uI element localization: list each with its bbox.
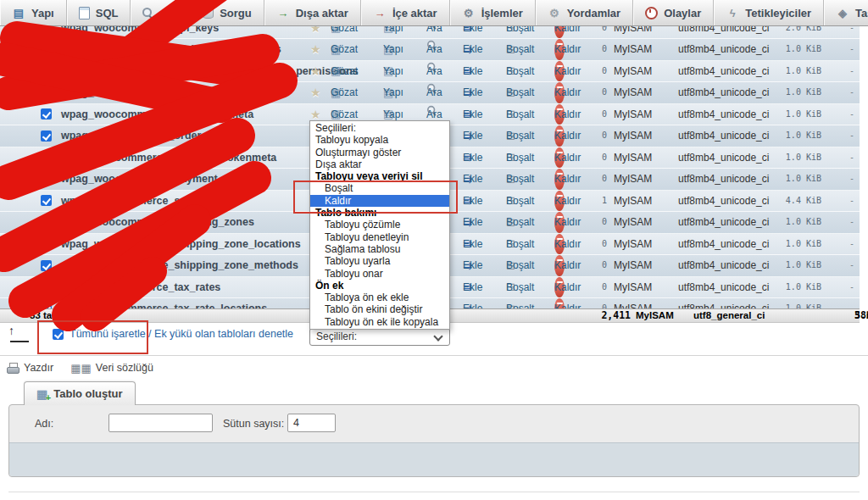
tab-search[interactable]: Ara — [131, 0, 191, 25]
action-empty[interactable]: ⊟Boşalt — [506, 234, 515, 255]
table-name-link[interactable]: wpag_woocommerce_sessions — [61, 191, 220, 212]
context-menu-item[interactable]: Tabloya ön ek ekle — [310, 292, 449, 303]
action-empty[interactable]: ⊟Boşalt — [506, 39, 515, 60]
context-menu-item[interactable]: Tabloyu denetleyin — [310, 231, 449, 243]
columns-count-input[interactable] — [287, 414, 336, 432]
action-browse[interactable]: ▦Gözat — [331, 39, 341, 60]
nav-tab-label: SQL — [96, 7, 119, 19]
row-checkbox[interactable] — [41, 152, 52, 163]
row-checkbox[interactable] — [41, 65, 52, 76]
context-menu-item[interactable]: Boşalt — [310, 182, 449, 194]
action-empty[interactable]: ⊟Boşalt — [506, 61, 515, 82]
table-name-input[interactable] — [108, 414, 213, 432]
tab-import[interactable]: → İçe aktar — [361, 0, 450, 25]
context-menu-item[interactable]: Tabloyu kopyala — [310, 134, 449, 146]
check-all-checkbox[interactable] — [53, 329, 64, 340]
action-browse[interactable]: ▦Gözat — [331, 61, 341, 82]
row-collation: utf8mb4_unicode_ci — [678, 212, 769, 233]
data-dictionary-link[interactable]: ▦▦Veri sözlüğü — [70, 362, 153, 374]
action-insert[interactable]: ⇉Ekle — [463, 147, 472, 169]
action-insert[interactable]: ⇉Ekle — [463, 125, 472, 147]
row-checkbox[interactable] — [41, 87, 52, 98]
context-menu-item[interactable]: Sağlama tablosu — [310, 243, 449, 255]
action-insert[interactable]: ⇉Ekle — [463, 82, 472, 103]
table-name-link[interactable]: wpag_woocommerce_attribute_taxonomies — [61, 39, 281, 60]
row-collation: utf8mb4_unicode_ci — [678, 82, 769, 103]
action-structure[interactable]: ▤Yapı — [383, 61, 393, 82]
check-all-link[interactable]: Tümünü işaretle — [70, 328, 146, 340]
context-menu-item[interactable]: Ön ek — [310, 280, 449, 292]
row-checkbox[interactable] — [41, 174, 52, 185]
row-engine: MyISAM — [614, 255, 652, 276]
row-checkbox[interactable] — [41, 260, 52, 271]
print-link[interactable]: Yazdır — [7, 362, 53, 374]
action-empty[interactable]: ⊟Boşalt — [506, 191, 515, 212]
row-checkbox[interactable] — [41, 238, 52, 249]
tab-events[interactable]: Olaylar — [633, 0, 714, 25]
table-name-link[interactable]: wpag_woocommerce_shipping_zone_locations — [61, 234, 301, 255]
row-checkbox[interactable] — [41, 44, 52, 55]
action-insert[interactable]: ⇉Ekle — [463, 191, 472, 212]
action-empty[interactable]: ⊟Boşalt — [506, 169, 515, 190]
row-engine: MyISAM — [614, 39, 652, 60]
table-name-link[interactable]: wpag_woocommerce_shipping_zones — [61, 212, 254, 233]
context-menu-item[interactable]: Tablo ön ekini değiştir — [310, 303, 449, 315]
favorite-star-icon[interactable]: ★ — [310, 82, 321, 103]
tab-triggers[interactable]: ϟ Tetikleyiciler — [714, 0, 824, 25]
row-collation: utf8mb4_unicode_ci — [678, 125, 769, 147]
tab-export[interactable]: → Dışa aktar — [264, 0, 361, 25]
context-menu-item[interactable]: Oluşturmayı göster — [310, 147, 449, 158]
action-empty[interactable]: ⊟Boşalt — [506, 147, 515, 169]
context-menu-item[interactable]: Dışa aktar — [310, 158, 449, 170]
action-insert[interactable]: ⇉Ekle — [463, 212, 472, 233]
with-selected-select[interactable]: Seçilileri: — [309, 328, 450, 346]
row-checkbox[interactable] — [41, 195, 52, 206]
row-checkbox[interactable] — [41, 217, 52, 228]
action-insert[interactable]: ⇉Ekle — [463, 277, 472, 298]
table-name-link[interactable]: wpag_woocommerce_order_items — [61, 125, 235, 147]
favorite-star-icon[interactable]: ★ — [310, 61, 321, 82]
action-empty[interactable]: ⊟Boşalt — [506, 82, 515, 103]
table-name-link[interactable]: wpag_woocommerce_payment_tokenmeta — [61, 147, 276, 169]
context-menu-item[interactable]: Tabloyu uyarla — [310, 255, 449, 267]
action-insert[interactable]: ⇉Ekle — [463, 39, 472, 60]
row-checkbox[interactable] — [41, 108, 52, 119]
context-menu-item[interactable]: Kaldır — [310, 195, 449, 207]
action-insert[interactable]: ⇉Ekle — [463, 169, 472, 190]
table-name-link[interactable]: wpag_woocommerce_shipping_zone_methods — [61, 255, 298, 276]
action-insert[interactable]: ⇉Ekle — [463, 234, 472, 255]
tab-sql[interactable]: SQL — [67, 0, 131, 25]
row-checkbox[interactable] — [41, 131, 52, 142]
context-menu-item[interactable]: Tabloyu ön ek ile kopyala — [310, 316, 449, 328]
tab-query[interactable]: Sorgu — [191, 0, 264, 25]
action-empty[interactable]: ⊟Boşalt — [506, 125, 515, 147]
action-structure[interactable]: ▤Yapı — [383, 82, 393, 103]
action-insert[interactable]: ⇉Ekle — [463, 104, 472, 125]
context-menu-item[interactable]: Tablo bakımı — [310, 207, 449, 219]
action-empty[interactable]: ⊟Boşalt — [506, 255, 515, 276]
favorite-star-icon[interactable]: ★ — [310, 39, 321, 60]
row-size: 1.0 KiB — [786, 169, 821, 190]
action-insert[interactable]: ⇉Ekle — [463, 255, 472, 276]
row-size: 1.0 KiB — [786, 82, 821, 103]
table-name-link[interactable]: wpag_woocommerce_log — [61, 82, 190, 103]
action-empty[interactable]: ⊟Boşalt — [506, 212, 515, 233]
action-browse[interactable]: ▦Gözat — [331, 82, 341, 103]
context-menu-item[interactable]: Seçilileri: — [310, 122, 449, 134]
action-empty[interactable]: ⊟Boşalt — [506, 277, 515, 298]
tab-structure[interactable]: ▤ Yapı — [0, 0, 67, 25]
action-structure[interactable]: ▤Yapı — [383, 39, 393, 60]
table-name-link[interactable]: wpag_woocommerce_tax_rates — [61, 277, 220, 298]
check-overhead-link[interactable]: Ek yükü olan tabloları denetle — [154, 328, 293, 340]
context-menu-item[interactable]: Tabloyu çözümle — [310, 219, 449, 231]
context-menu-item[interactable]: Tabloyu veya veriyi sil — [310, 170, 449, 182]
tab-designer[interactable]: ◈ Tasarımcı — [824, 0, 868, 25]
table-name-link[interactable]: wpag_woocommerce_payment_tokens — [61, 169, 258, 190]
table-name-link[interactable]: wpag_woocommerce_order_itemmeta — [61, 104, 253, 125]
action-insert[interactable]: ⇉Ekle — [463, 61, 472, 82]
context-menu-item[interactable]: Tabloyu onar — [310, 268, 449, 280]
tab-operations[interactable]: ⚙ İşlemler — [450, 0, 536, 25]
row-checkbox[interactable] — [41, 281, 52, 292]
tab-routines[interactable]: ⚙ Yordamlar — [536, 0, 633, 25]
action-empty[interactable]: ⊟Boşalt — [506, 104, 515, 125]
